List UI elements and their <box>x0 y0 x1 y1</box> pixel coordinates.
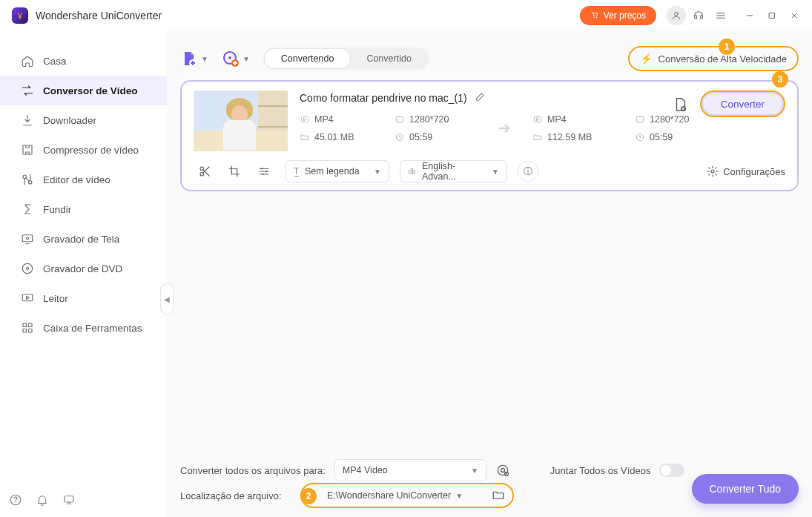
sidebar: Casa Conversor de Vídeo Downloader Compr… <box>0 31 167 517</box>
toolbar: ▼ ▼ Convertendo Convertido ⚡ Conversão d… <box>180 39 799 79</box>
add-disc-button[interactable]: ▼ <box>222 50 250 67</box>
output-format-dropdown[interactable]: MP4 Video ▼ <box>334 459 486 481</box>
src-duration: 05:59 <box>395 132 476 142</box>
sidebar-item-label: Editor de vídeo <box>43 174 110 185</box>
pricing-label: Ver preços <box>604 10 646 21</box>
sidebar-item-screen-recorder[interactable]: Gravador de Tela <box>0 224 167 254</box>
subtitle-dropdown[interactable]: T̲ Sem legenda ▼ <box>285 160 389 182</box>
tab-converting[interactable]: Convertendo <box>265 49 351 68</box>
sidebar-item-label: Downloader <box>43 115 96 126</box>
chevron-down-icon: ▼ <box>374 168 381 176</box>
svg-point-34 <box>262 174 263 175</box>
svg-rect-24 <box>396 117 403 122</box>
crop-icon[interactable] <box>228 165 241 178</box>
dst-duration: 05:59 <box>635 132 716 142</box>
window-minimize[interactable] <box>744 10 756 22</box>
convert-all-button[interactable]: Converter Tudo <box>692 474 799 504</box>
help-icon[interactable] <box>9 493 22 510</box>
sidebar-item-merge[interactable]: Fundir <box>0 194 167 224</box>
sidebar-item-toolbox[interactable]: Caixa de Ferramentas <box>0 313 167 343</box>
location-dropdown[interactable]: E:\Wondershare UniConverter ▼ <box>324 490 486 501</box>
svg-rect-3 <box>770 13 775 19</box>
svg-rect-26 <box>636 117 643 122</box>
location-label: Localização de arquivo: <box>180 490 291 501</box>
high-speed-label: Conversão de Alta Velocidade <box>658 53 787 65</box>
src-format: MP4 <box>300 114 381 125</box>
sidebar-item-compressor[interactable]: Compressor de vídeo <box>0 135 167 165</box>
sidebar-item-converter[interactable]: Conversor de Vídeo <box>0 76 167 105</box>
chevron-down-icon: ▼ <box>201 55 208 63</box>
svg-rect-23 <box>301 117 308 122</box>
svg-point-9 <box>22 263 33 274</box>
sidebar-item-label: Gravador de DVD <box>43 263 122 274</box>
svg-point-33 <box>265 171 267 172</box>
sidebar-item-editor[interactable]: Editor de vídeo <box>0 165 167 194</box>
settings-link[interactable]: Configurações <box>707 165 785 177</box>
sidebar-collapse-handle[interactable]: ◀ <box>160 283 174 315</box>
svg-rect-18 <box>65 496 73 502</box>
svg-point-36 <box>498 465 507 475</box>
svg-rect-4 <box>23 145 32 154</box>
window-close[interactable] <box>788 10 800 22</box>
pricing-button[interactable]: Ver preços <box>580 6 656 25</box>
tab-converted[interactable]: Convertido <box>350 49 427 68</box>
arrow-icon <box>489 119 519 137</box>
src-resolution: 1280*720 <box>395 114 476 125</box>
callout-1: 1 <box>719 39 735 55</box>
sidebar-item-player[interactable]: Leitor <box>0 283 167 313</box>
sidebar-item-dvd[interactable]: Gravador de DVD <box>0 254 167 283</box>
merge-toggle[interactable] <box>659 464 684 477</box>
app-logo <box>12 7 28 24</box>
high-speed-toggle[interactable]: ⚡ Conversão de Alta Velocidade 1 <box>628 46 799 71</box>
sidebar-item-label: Compressor de vídeo <box>43 145 139 156</box>
video-thumbnail[interactable] <box>194 90 288 151</box>
svg-rect-25 <box>534 117 541 122</box>
tabs: Convertendo Convertido <box>263 47 429 70</box>
trim-icon[interactable] <box>198 165 211 178</box>
svg-point-8 <box>27 237 29 240</box>
svg-point-32 <box>261 168 263 169</box>
file-card: Como formatar pendrive no mac_(1) MP4 12… <box>180 80 799 191</box>
svg-point-2 <box>675 12 679 16</box>
subtitle-icon: T̲ <box>294 166 299 177</box>
footer: Converter todos os arquivos para: MP4 Vi… <box>180 458 799 508</box>
sidebar-item-downloader[interactable]: Downloader <box>0 105 167 135</box>
chevron-down-icon: ▼ <box>242 55 250 63</box>
dst-format: MP4 <box>532 114 621 125</box>
feedback-icon[interactable] <box>62 493 76 510</box>
titlebar: Wondershare UniConverter Ver preços <box>0 0 812 31</box>
callout-2: 2 <box>300 488 317 504</box>
svg-rect-12 <box>23 323 27 327</box>
file-title: Como formatar pendrive no mac_(1) <box>300 92 467 104</box>
window-maximize[interactable] <box>766 10 778 22</box>
convert-button[interactable]: Converter 3 <box>700 90 785 117</box>
svg-rect-11 <box>22 294 33 301</box>
info-icon[interactable]: ⓘ <box>518 161 538 182</box>
output-preset-icon[interactable] <box>495 463 510 478</box>
effects-icon[interactable] <box>257 165 271 178</box>
svg-point-21 <box>228 56 231 59</box>
svg-rect-15 <box>29 329 33 333</box>
location-box: 2 E:\Wondershare UniConverter ▼ <box>300 483 514 508</box>
sidebar-item-label: Fundir <box>43 204 71 215</box>
chevron-down-icon: ▼ <box>455 492 463 500</box>
util-icons <box>9 493 76 510</box>
notifications-icon[interactable] <box>36 493 49 510</box>
open-folder-icon[interactable] <box>492 488 505 504</box>
sidebar-item-home[interactable]: Casa <box>0 46 167 76</box>
account-icon[interactable] <box>667 6 686 25</box>
output-settings-icon[interactable] <box>672 96 687 111</box>
menu-icon[interactable] <box>711 6 730 25</box>
chevron-down-icon: ▼ <box>492 168 499 176</box>
main-panel: ▼ ▼ Convertendo Convertido ⚡ Conversão d… <box>167 31 812 517</box>
sidebar-item-label: Casa <box>43 56 67 67</box>
support-icon[interactable] <box>689 6 708 25</box>
edit-title-icon[interactable] <box>475 90 486 105</box>
audio-dropdown[interactable]: ıllı English-Advan... ▼ <box>400 160 507 182</box>
svg-point-37 <box>501 469 504 472</box>
add-file-button[interactable]: ▼ <box>180 50 208 67</box>
svg-point-10 <box>27 268 29 270</box>
svg-rect-13 <box>29 323 33 327</box>
merge-label: Juntar Todos os Vídeos <box>550 465 651 476</box>
callout-3: 3 <box>772 71 788 88</box>
